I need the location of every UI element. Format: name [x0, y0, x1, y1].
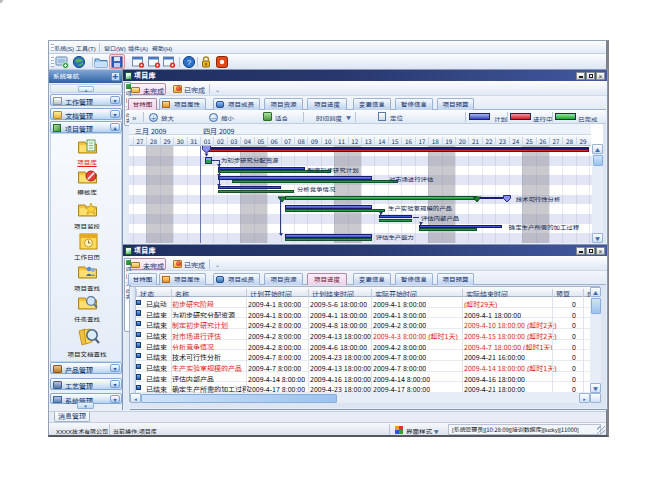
svg-text:?: ?	[187, 58, 192, 67]
